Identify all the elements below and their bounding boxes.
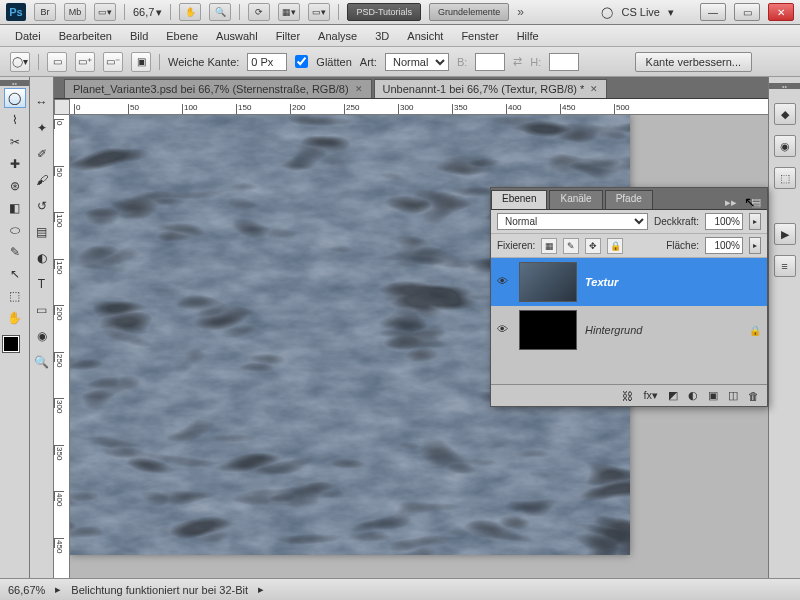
type-tool[interactable]: T — [31, 274, 53, 294]
color-swatch[interactable] — [3, 336, 27, 360]
dodge-tool[interactable]: ◐ — [31, 248, 53, 268]
healing-tool[interactable]: ✚ — [4, 154, 26, 174]
3d-camera-tool[interactable]: ◉ — [31, 326, 53, 346]
lock-all-icon[interactable]: 🔒 — [607, 238, 623, 254]
panel-tab-kanäle[interactable]: Kanäle — [549, 190, 602, 209]
vertical-ruler[interactable]: 050100150200250300350400450500 — [54, 115, 70, 578]
crop-tool[interactable]: ✂ — [4, 132, 26, 152]
new-layer-icon[interactable]: ◫ — [728, 389, 738, 402]
menu-filter[interactable]: Filter — [267, 27, 309, 45]
layer-visibility-icon[interactable]: 👁 — [497, 323, 511, 337]
opacity-stepper[interactable]: ▸ — [749, 213, 761, 230]
window-maximize-button[interactable]: ▭ — [734, 3, 760, 21]
lock-transparent-icon[interactable]: ▦ — [541, 238, 557, 254]
workspace-tag-2[interactable]: Grundelemente — [429, 3, 509, 21]
layer-thumbnail[interactable] — [519, 310, 577, 350]
path-tool[interactable]: ↖ — [4, 264, 26, 284]
shape-tool[interactable]: ▭ — [31, 300, 53, 320]
marquee-tool[interactable]: ◯ — [4, 88, 26, 108]
add-selection-icon[interactable]: ▭⁺ — [75, 52, 95, 72]
lock-pixels-icon[interactable]: ✎ — [563, 238, 579, 254]
arrange-button[interactable]: ▦▾ — [278, 3, 300, 21]
intersect-selection-icon[interactable]: ▣ — [131, 52, 151, 72]
window-close-button[interactable]: ✕ — [768, 3, 794, 21]
window-minimize-button[interactable]: — — [700, 3, 726, 21]
subtract-selection-icon[interactable]: ▭⁻ — [103, 52, 123, 72]
zoom-tool[interactable]: 🔍 — [31, 352, 53, 372]
document-tab[interactable]: Planet_Variante3.psd bei 66,7% (Sternens… — [64, 79, 372, 98]
panel-menu-icon[interactable]: ▤ — [745, 196, 767, 209]
blend-mode-select[interactable]: Normal — [497, 213, 648, 230]
adjustment-layer-icon[interactable]: ◐ — [688, 389, 698, 402]
panel-tab-ebenen[interactable]: Ebenen — [491, 190, 547, 209]
document-tab[interactable]: Unbenannt-1 bei 66,7% (Textur, RGB/8) *✕ — [374, 79, 608, 98]
eraser-tool[interactable]: ◧ — [4, 198, 26, 218]
panel-grip[interactable]: •• — [0, 80, 29, 86]
layer-visibility-icon[interactable]: 👁 — [497, 275, 511, 289]
antialias-checkbox[interactable] — [295, 55, 308, 68]
stamp-tool[interactable]: ⊛ — [4, 176, 26, 196]
status-arrow-icon[interactable]: ▸ — [258, 583, 264, 596]
link-layers-icon[interactable]: ⛓ — [622, 390, 633, 402]
layer-thumbnail[interactable] — [519, 262, 577, 302]
paths-dock-icon[interactable]: ⬚ — [774, 167, 796, 189]
rotate-canvas-button[interactable]: ⟳ — [248, 3, 270, 21]
layer-name[interactable]: Textur — [585, 276, 618, 288]
lock-position-icon[interactable]: ✥ — [585, 238, 601, 254]
gradient-tool[interactable]: ▤ — [31, 222, 53, 242]
style-select[interactable]: Normal — [385, 53, 449, 71]
menu-analyse[interactable]: Analyse — [309, 27, 366, 45]
refine-edge-button[interactable]: Kante verbessern... — [635, 52, 752, 72]
menu-3d[interactable]: 3D — [366, 27, 398, 45]
zoom-tool-button[interactable]: 🔍 — [209, 3, 231, 21]
channels-dock-icon[interactable]: ◉ — [774, 135, 796, 157]
minibridge-button[interactable]: Mb — [64, 3, 86, 21]
new-selection-icon[interactable]: ▭ — [47, 52, 67, 72]
wand-tool[interactable]: ✦ — [31, 118, 53, 138]
pen-tool[interactable]: ✎ — [4, 242, 26, 262]
history-dock-icon[interactable]: ≡ — [774, 255, 796, 277]
menu-auswahl[interactable]: Auswahl — [207, 27, 267, 45]
layer-row[interactable]: 👁Hintergrund🔒 — [491, 306, 767, 354]
workspace-tag-1[interactable]: PSD-Tutorials — [347, 3, 421, 21]
blur-tool[interactable]: ⬭ — [4, 220, 26, 240]
layer-row[interactable]: 👁Textur — [491, 258, 767, 306]
delete-layer-icon[interactable]: 🗑 — [748, 390, 759, 402]
panel-collapse-icon[interactable]: ▸▸ — [719, 196, 743, 209]
cslive-label[interactable]: CS Live — [621, 6, 660, 18]
status-zoom[interactable]: 66,67% — [8, 584, 45, 596]
menu-ebene[interactable]: Ebene — [157, 27, 207, 45]
actions-dock-icon[interactable]: ▶ — [774, 223, 796, 245]
opacity-input[interactable] — [705, 213, 743, 230]
screen-mode-button[interactable]: ▭▾ — [308, 3, 330, 21]
panel-grip[interactable]: •• — [769, 83, 800, 89]
menu-bearbeiten[interactable]: Bearbeiten — [50, 27, 121, 45]
tab-close-icon[interactable]: ✕ — [590, 84, 598, 94]
feather-input[interactable] — [247, 53, 287, 71]
more-workspaces-icon[interactable]: » — [517, 5, 524, 19]
layer-mask-icon[interactable]: ◩ — [668, 389, 678, 402]
menu-fenster[interactable]: Fenster — [452, 27, 507, 45]
layer-name[interactable]: Hintergrund — [585, 324, 642, 336]
panel-tab-pfade[interactable]: Pfade — [605, 190, 653, 209]
tool-preset-icon[interactable]: ◯▾ — [10, 52, 30, 72]
menu-hilfe[interactable]: Hilfe — [508, 27, 548, 45]
move-tool[interactable]: ↔ — [31, 92, 53, 112]
zoom-level-combo[interactable]: 66,7 ▾ — [133, 6, 162, 19]
bridge-button[interactable]: Br — [34, 3, 56, 21]
3d-tool[interactable]: ⬚ — [4, 286, 26, 306]
layer-style-icon[interactable]: fx▾ — [643, 389, 658, 402]
lasso-tool[interactable]: ⌇ — [4, 110, 26, 130]
fill-stepper[interactable]: ▸ — [749, 237, 761, 254]
brush-tool[interactable]: 🖌 — [31, 170, 53, 190]
eyedropper-tool[interactable]: ✐ — [31, 144, 53, 164]
menu-ansicht[interactable]: Ansicht — [398, 27, 452, 45]
hand-tool-button[interactable]: ✋ — [179, 3, 201, 21]
layer-group-icon[interactable]: ▣ — [708, 389, 718, 402]
layers-dock-icon[interactable]: ◆ — [774, 103, 796, 125]
hand-tool[interactable]: ✋ — [4, 308, 26, 328]
history-brush-tool[interactable]: ↺ — [31, 196, 53, 216]
tab-close-icon[interactable]: ✕ — [355, 84, 363, 94]
menu-bild[interactable]: Bild — [121, 27, 157, 45]
status-play-icon[interactable]: ▸ — [55, 583, 61, 596]
